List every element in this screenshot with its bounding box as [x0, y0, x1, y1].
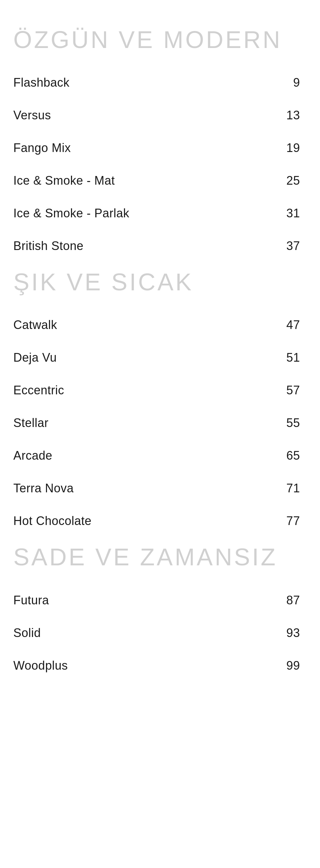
menu-item: Arcade65 — [13, 439, 300, 472]
menu-item-number: 9 — [293, 76, 300, 90]
menu-item-name: Catwalk — [13, 318, 57, 332]
menu-item: Fango Mix19 — [13, 132, 300, 164]
menu-item: Futura87 — [13, 584, 300, 617]
menu-item-number: 55 — [286, 416, 300, 430]
menu-item-number: 71 — [286, 481, 300, 495]
menu-item-name: British Stone — [13, 239, 84, 253]
menu-item-name: Eccentric — [13, 383, 64, 397]
menu-item-name: Fango Mix — [13, 141, 71, 155]
menu-item-number: 31 — [286, 206, 300, 220]
section-heading-ozgun-ve-modern: ÖZGÜN VE MODERN — [13, 27, 300, 53]
page-container: ÖZGÜN VE MODERNFlashback9Versus13Fango M… — [13, 27, 300, 682]
menu-item: Catwalk47 — [13, 309, 300, 341]
menu-item-number: 77 — [286, 514, 300, 528]
menu-item: Woodplus99 — [13, 649, 300, 682]
menu-item-name: Deja Vu — [13, 351, 57, 365]
menu-item-name: Woodplus — [13, 659, 68, 673]
menu-item-number: 25 — [286, 174, 300, 188]
menu-item-name: Arcade — [13, 449, 52, 463]
menu-item-number: 65 — [286, 449, 300, 463]
menu-item-name: Hot Chocolate — [13, 514, 92, 528]
menu-item-number: 87 — [286, 593, 300, 607]
menu-item: Eccentric57 — [13, 374, 300, 407]
section-sik-ve-sicak: ŞIK VE SICAKCatwalk47Deja Vu51Eccentric5… — [13, 269, 300, 537]
menu-item: Terra Nova71 — [13, 472, 300, 505]
menu-item-number: 99 — [286, 659, 300, 673]
menu-item-name: Stellar — [13, 416, 49, 430]
menu-item-name: Versus — [13, 108, 51, 122]
menu-item: Flashback9 — [13, 66, 300, 99]
section-ozgun-ve-modern: ÖZGÜN VE MODERNFlashback9Versus13Fango M… — [13, 27, 300, 262]
menu-item: Ice & Smoke - Mat25 — [13, 164, 300, 197]
menu-item-number: 57 — [286, 383, 300, 397]
menu-item-number: 19 — [286, 141, 300, 155]
menu-item: Ice & Smoke - Parlak31 — [13, 197, 300, 230]
menu-item-name: Futura — [13, 593, 49, 607]
menu-item-number: 51 — [286, 351, 300, 365]
menu-item: Deja Vu51 — [13, 341, 300, 374]
menu-item-name: Terra Nova — [13, 481, 74, 495]
menu-item-name: Flashback — [13, 76, 70, 90]
menu-item-number: 13 — [286, 108, 300, 122]
menu-item-name: Solid — [13, 626, 41, 640]
menu-item: Solid93 — [13, 617, 300, 649]
menu-item: Versus13 — [13, 99, 300, 132]
menu-item-number: 93 — [286, 626, 300, 640]
menu-item-name: Ice & Smoke - Mat — [13, 174, 115, 188]
section-heading-sik-ve-sicak: ŞIK VE SICAK — [13, 269, 300, 295]
menu-item: British Stone37 — [13, 230, 300, 262]
menu-item-name: Ice & Smoke - Parlak — [13, 206, 129, 220]
section-heading-sade-ve-zamansiz: SADE VE ZAMANSIZ — [13, 544, 300, 570]
menu-item-number: 47 — [286, 318, 300, 332]
menu-item: Hot Chocolate77 — [13, 505, 300, 537]
menu-item: Stellar55 — [13, 407, 300, 439]
menu-item-number: 37 — [286, 239, 300, 253]
section-sade-ve-zamansiz: SADE VE ZAMANSIZFutura87Solid93Woodplus9… — [13, 544, 300, 682]
